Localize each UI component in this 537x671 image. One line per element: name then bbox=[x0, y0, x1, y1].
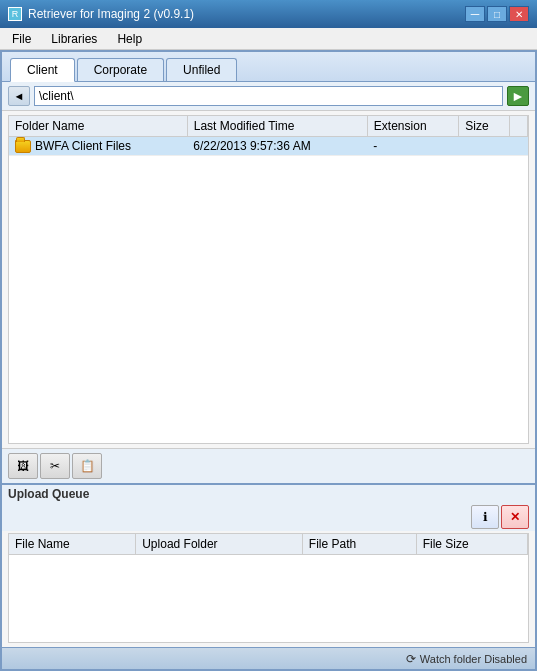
image-icon: 🖼 bbox=[17, 459, 29, 473]
file-browser: Folder Name Last Modified Time Extension… bbox=[8, 115, 529, 444]
title-buttons: ─ □ ✕ bbox=[465, 6, 529, 22]
paste-button[interactable]: 📋 bbox=[72, 453, 102, 479]
size-cell bbox=[459, 137, 510, 156]
table-row[interactable]: BWFA Client Files6/22/2013 9:57:36 AM- bbox=[9, 137, 528, 156]
status-bar: ⟳ Watch folder Disabled bbox=[2, 647, 535, 669]
file-name-cell: BWFA Client Files bbox=[9, 137, 187, 156]
cut-icon: ✂ bbox=[50, 459, 60, 473]
title-text: Retriever for Imaging 2 (v0.9.1) bbox=[28, 7, 194, 21]
tab-unfiled[interactable]: Unfiled bbox=[166, 58, 237, 81]
spacer-cell bbox=[509, 137, 527, 156]
path-bar: ◄ ► bbox=[2, 82, 535, 111]
file-toolbar: 🖼 ✂ 📋 bbox=[2, 448, 535, 483]
col-size: Size bbox=[459, 116, 510, 137]
upload-col-filesize: File Size bbox=[416, 534, 527, 555]
title-bar-left: R Retriever for Imaging 2 (v0.9.1) bbox=[8, 7, 194, 21]
menu-item-file[interactable]: File bbox=[4, 30, 39, 48]
title-bar: R Retriever for Imaging 2 (v0.9.1) ─ □ ✕ bbox=[0, 0, 537, 28]
file-table: Folder Name Last Modified Time Extension… bbox=[9, 116, 528, 156]
paste-icon: 📋 bbox=[80, 459, 95, 473]
menu-item-help[interactable]: Help bbox=[109, 30, 150, 48]
status-text: Watch folder Disabled bbox=[420, 653, 527, 665]
minimize-button[interactable]: ─ bbox=[465, 6, 485, 22]
tab-bar: Client Corporate Unfiled bbox=[2, 52, 535, 82]
path-input[interactable] bbox=[34, 86, 503, 106]
upload-col-filepath: File Path bbox=[302, 534, 416, 555]
watch-folder-icon: ⟳ bbox=[406, 652, 416, 666]
col-folder-name: Folder Name bbox=[9, 116, 187, 137]
col-extension: Extension bbox=[367, 116, 458, 137]
main-window: Client Corporate Unfiled ◄ ► Folder Name… bbox=[0, 50, 537, 671]
app-icon: R bbox=[8, 7, 22, 21]
col-spacer bbox=[509, 116, 527, 137]
tab-client[interactable]: Client bbox=[10, 58, 75, 82]
file-table-header: Folder Name Last Modified Time Extension… bbox=[9, 116, 528, 137]
menu-bar: File Libraries Help bbox=[0, 28, 537, 50]
folder-icon bbox=[15, 140, 31, 153]
upload-col-folder: Upload Folder bbox=[136, 534, 303, 555]
go-button[interactable]: ► bbox=[507, 86, 529, 106]
upload-col-filename: File Name bbox=[9, 534, 136, 555]
modified-cell: 6/22/2013 9:57:36 AM bbox=[187, 137, 367, 156]
upload-queue-label: Upload Queue bbox=[2, 485, 535, 503]
tab-corporate[interactable]: Corporate bbox=[77, 58, 164, 81]
upload-queue-table: File Name Upload Folder File Path File S… bbox=[9, 534, 528, 555]
back-button[interactable]: ◄ bbox=[8, 86, 30, 106]
clear-icon: ✕ bbox=[510, 510, 520, 524]
col-modified: Last Modified Time bbox=[187, 116, 367, 137]
upload-queue-table-container: File Name Upload Folder File Path File S… bbox=[8, 533, 529, 643]
close-button[interactable]: ✕ bbox=[509, 6, 529, 22]
upload-queue-toolbar: ℹ ✕ bbox=[2, 503, 535, 531]
menu-item-libraries[interactable]: Libraries bbox=[43, 30, 105, 48]
queue-info-button[interactable]: ℹ bbox=[471, 505, 499, 529]
maximize-button[interactable]: □ bbox=[487, 6, 507, 22]
queue-clear-button[interactable]: ✕ bbox=[501, 505, 529, 529]
go-icon: ► bbox=[511, 88, 525, 104]
upload-table-header: File Name Upload Folder File Path File S… bbox=[9, 534, 528, 555]
info-icon: ℹ bbox=[483, 510, 488, 524]
back-icon: ◄ bbox=[14, 90, 25, 102]
extension-cell: - bbox=[367, 137, 458, 156]
cut-button[interactable]: ✂ bbox=[40, 453, 70, 479]
image-button[interactable]: 🖼 bbox=[8, 453, 38, 479]
